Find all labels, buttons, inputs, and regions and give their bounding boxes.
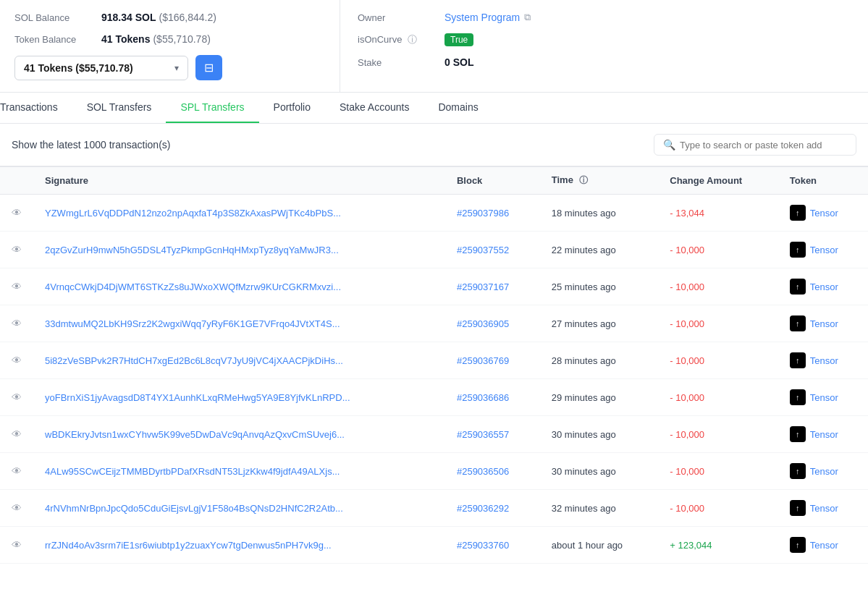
- token-link[interactable]: Tensor: [810, 281, 838, 292]
- eye-cell: 👁: [0, 305, 33, 342]
- signature-link[interactable]: 5i82zVeSBPvk2R7HtdCH7xgEd2Bc6L8cqV7JyU9j…: [45, 355, 343, 366]
- token-link[interactable]: Tensor: [810, 466, 838, 477]
- token-link[interactable]: Tensor: [810, 355, 838, 366]
- block-link[interactable]: #259037167: [457, 281, 509, 292]
- card-icon[interactable]: ⊟: [195, 55, 222, 80]
- table-row: 👁 4VrnqcCWkjD4DjWMT6STKzZs8uJWxoXWQfMzrw…: [0, 268, 868, 305]
- eye-icon[interactable]: 👁: [12, 318, 22, 329]
- block-cell: #259033760: [445, 527, 540, 564]
- token-cell: ↑ Tensor: [778, 490, 868, 527]
- table-row: 👁 5i82zVeSBPvk2R7HtdCH7xgEd2Bc6L8cqV7JyU…: [0, 342, 868, 379]
- signature-link[interactable]: yoFBrnXiS1jyAvagsdD8T4YX1AunhKLxqRMeHwg5…: [45, 392, 350, 403]
- time-cell: 22 minutes ago: [540, 232, 658, 268]
- change-amount-value: - 10,000: [670, 355, 704, 366]
- block-link[interactable]: #259036769: [457, 355, 509, 366]
- token-link[interactable]: Tensor: [810, 392, 838, 403]
- time-cell: about 1 hour ago: [540, 527, 658, 564]
- signature-link[interactable]: 4VrnqcCWkjD4DjWMT6STKzZs8uJWxoXWQfMzrw9K…: [45, 281, 341, 292]
- signature-cell: 33dmtwuMQ2LbKH9Srz2K2wgxiWqq7yRyF6K1GE7V…: [33, 305, 445, 342]
- signature-link[interactable]: 4ALw95SCwCEijzTMMBDyrtbPDafXRsdNT53LjzKk…: [45, 466, 340, 477]
- is-on-curve-badge: True: [444, 33, 473, 46]
- time-cell: 25 minutes ago: [540, 268, 658, 305]
- block-link[interactable]: #259036506: [457, 466, 509, 477]
- token-icon: ↑: [790, 242, 806, 258]
- signature-link[interactable]: 4rNVhmNrBpnJpcQdo5CduGiEjsvLgjV1F58o4BsQ…: [45, 503, 343, 514]
- change-amount-cell: - 10,000: [658, 342, 778, 379]
- eye-icon[interactable]: 👁: [12, 465, 22, 477]
- eye-icon[interactable]: 👁: [12, 502, 22, 514]
- signature-link[interactable]: YZWmgLrL6VqDDPdN12nzo2npAqxfaT4p3S8ZkAxa…: [45, 208, 341, 219]
- token-link[interactable]: Tensor: [810, 245, 838, 255]
- info-circle-icon[interactable]: ⓘ: [408, 34, 417, 45]
- tab-transactions[interactable]: Transactions: [0, 93, 72, 123]
- signature-cell: YZWmgLrL6VqDDPdN12nzo2npAqxfaT4p3S8ZkAxa…: [33, 195, 445, 232]
- tab-sol-transfers[interactable]: SOL Transfers: [72, 93, 167, 123]
- show-transactions-text: Show the latest 1000 transaction(s): [12, 139, 654, 151]
- token-link[interactable]: Tensor: [810, 503, 838, 514]
- change-amount-value: - 10,000: [670, 466, 704, 477]
- search-input-wrapper: 🔍: [654, 134, 856, 156]
- sol-balance-value: 918.34 SOL: [101, 12, 156, 23]
- token-cell: ↑ Tensor: [778, 195, 868, 232]
- signature-link[interactable]: 33dmtwuMQ2LbKH9Srz2K2wgxiWqq7yRyF6K1GE7V…: [45, 318, 340, 329]
- signature-link[interactable]: 2qzGvZurH9mwN5hG5DSL4TyzPkmpGcnHqHMxpTyz…: [45, 245, 339, 255]
- block-link[interactable]: #259036292: [457, 503, 509, 514]
- token-dropdown[interactable]: 41 Tokens ($55,710.78) ▾: [14, 56, 188, 80]
- table-row: 👁 2qzGvZurH9mwN5hG5DSL4TyzPkmpGcnHqHMxpT…: [0, 232, 868, 268]
- token-link[interactable]: Tensor: [810, 429, 838, 440]
- eye-cell: 👁: [0, 232, 33, 268]
- token-icon: ↑: [790, 537, 806, 553]
- copy-icon[interactable]: ⧉: [524, 12, 531, 23]
- eye-icon[interactable]: 👁: [12, 539, 22, 551]
- block-cell: #259037167: [445, 268, 540, 305]
- search-input[interactable]: [680, 140, 825, 151]
- col-signature: Signature: [33, 167, 445, 195]
- tab-stake-accounts[interactable]: Stake Accounts: [325, 93, 424, 123]
- block-cell: #259036905: [445, 305, 540, 342]
- tab-portfolio[interactable]: Portfolio: [259, 93, 325, 123]
- eye-icon[interactable]: 👁: [12, 244, 22, 255]
- table-row: 👁 YZWmgLrL6VqDDPdN12nzo2npAqxfaT4p3S8ZkA…: [0, 195, 868, 232]
- change-amount-cell: - 10,000: [658, 416, 778, 453]
- eye-icon[interactable]: 👁: [12, 428, 22, 440]
- tab-domains[interactable]: Domains: [424, 93, 492, 123]
- change-amount-cell: - 10,000: [658, 453, 778, 490]
- token-icon: ↑: [790, 463, 806, 479]
- chevron-down-icon: ▾: [174, 63, 179, 73]
- left-panel: SOL Balance 918.34 SOL ($166,844.2) Toke…: [0, 0, 340, 92]
- signature-cell: 2qzGvZurH9mwN5hG5DSL4TyzPkmpGcnHqHMxpTyz…: [33, 232, 445, 268]
- block-link[interactable]: #259033760: [457, 540, 509, 551]
- token-link[interactable]: Tensor: [810, 318, 838, 329]
- change-amount-value: - 10,000: [670, 318, 704, 329]
- block-link[interactable]: #259036557: [457, 429, 509, 440]
- token-cell: ↑ Tensor: [778, 342, 868, 379]
- change-amount-cell: - 10,000: [658, 232, 778, 268]
- table-row: 👁 4rNVhmNrBpnJpcQdo5CduGiEjsvLgjV1F58o4B…: [0, 490, 868, 527]
- owner-value[interactable]: System Program: [444, 12, 520, 23]
- tab-spl-transfers[interactable]: SPL Transfers: [166, 93, 258, 123]
- eye-icon[interactable]: 👁: [12, 355, 22, 366]
- block-link[interactable]: #259037986: [457, 208, 509, 219]
- signature-link[interactable]: rrZJNd4oAv3srm7iE1sr6wiubtp1y2zuaxYcw7tg…: [45, 540, 332, 551]
- block-link[interactable]: #259036686: [457, 392, 509, 403]
- change-amount-value: - 10,000: [670, 503, 704, 514]
- eye-icon[interactable]: 👁: [12, 207, 22, 219]
- stake-value: 0 SOL: [444, 56, 473, 68]
- token-balance-value: 41 Tokens: [101, 33, 150, 45]
- eye-cell: 👁: [0, 453, 33, 490]
- eye-icon[interactable]: 👁: [12, 281, 22, 292]
- token-link[interactable]: Tensor: [810, 540, 838, 551]
- signature-link[interactable]: wBDKEkryJvtsn1wxCYhvw5K99ve5DwDaVc9qAnvq…: [45, 429, 345, 440]
- signature-cell: 4rNVhmNrBpnJpcQdo5CduGiEjsvLgjV1F58o4BsQ…: [33, 490, 445, 527]
- sol-balance-label: SOL Balance: [14, 12, 101, 23]
- token-link[interactable]: Tensor: [810, 208, 838, 219]
- token-icon: ↑: [790, 426, 806, 442]
- time-cell: 32 minutes ago: [540, 490, 658, 527]
- eye-icon[interactable]: 👁: [12, 391, 22, 403]
- block-link[interactable]: #259037552: [457, 245, 509, 255]
- block-link[interactable]: #259036905: [457, 318, 509, 329]
- signature-cell: rrZJNd4oAv3srm7iE1sr6wiubtp1y2zuaxYcw7tg…: [33, 527, 445, 564]
- token-cell: ↑ Tensor: [778, 453, 868, 490]
- time-info-icon[interactable]: ⓘ: [579, 175, 588, 185]
- token-icon: ↑: [790, 279, 806, 295]
